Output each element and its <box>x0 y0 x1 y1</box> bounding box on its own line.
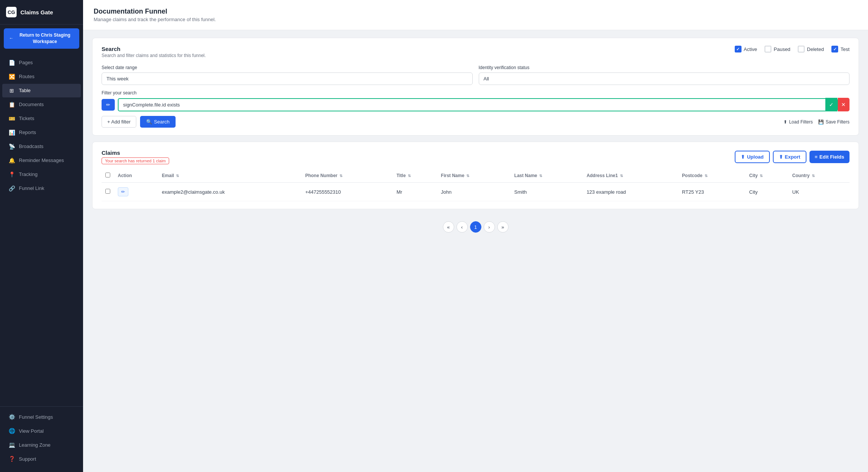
col-address: Address Line1 ⇅ <box>583 169 678 183</box>
support-label: Support <box>19 456 36 462</box>
col-city-label: City <box>749 173 758 178</box>
upload-button[interactable]: ⬆ Upload <box>735 151 769 163</box>
row-action-button[interactable]: ✏ <box>118 187 128 196</box>
filter-edit-button[interactable]: ✏ <box>102 99 115 111</box>
identity-label: Identity verification status <box>479 65 850 70</box>
sidebar-item-support[interactable]: ❓ Support <box>2 452 81 466</box>
deleted-checkbox-box[interactable] <box>798 46 805 52</box>
edit-fields-icon: ≡ <box>815 154 818 160</box>
documents-icon: 📋 <box>8 102 15 108</box>
test-checkbox[interactable]: Test <box>831 46 849 52</box>
col-postcode-label: Postcode <box>682 173 702 178</box>
reminder-messages-label: Reminder Messages <box>19 157 64 163</box>
page-subtitle: Manage claims and track the performance … <box>94 17 857 22</box>
page-1-button[interactable]: 1 <box>470 221 481 233</box>
tracking-icon: 📍 <box>8 171 15 177</box>
sidebar-item-table[interactable]: ⊞ Table <box>2 84 81 97</box>
test-label: Test <box>840 46 849 52</box>
add-filter-button[interactable]: + Add filter <box>102 116 136 128</box>
col-country: Country ⇅ <box>788 169 849 183</box>
routes-icon: 🔀 <box>8 74 15 80</box>
support-icon: ❓ <box>8 456 15 462</box>
last-page-button[interactable]: » <box>497 221 509 233</box>
active-checkbox-box[interactable] <box>735 46 742 52</box>
export-label: Export <box>785 154 800 160</box>
sidebar-item-learning-zone[interactable]: 💻 Learning Zone <box>2 438 81 452</box>
page-title: Documentation Funnel <box>94 8 857 15</box>
col-action: Action <box>114 169 158 183</box>
country-sort-icon: ⇅ <box>812 174 815 178</box>
date-range-group: Select date range This week Last week Th… <box>102 65 473 85</box>
sidebar-item-documents[interactable]: 📋 Documents <box>2 98 81 111</box>
col-title: Title ⇅ <box>393 169 437 183</box>
filter-input[interactable] <box>118 98 838 111</box>
sidebar-bottom: ⚙️ Funnel Settings 🌐 View Portal 💻 Learn… <box>0 406 83 472</box>
row-first-name: John <box>437 183 510 201</box>
col-email: Email ⇅ <box>158 169 302 183</box>
col-phone: Phone Number ⇅ <box>301 169 393 183</box>
reports-icon: 📊 <box>8 130 15 136</box>
funnel-settings-icon: ⚙️ <box>8 414 15 420</box>
load-filters-label: Load Filters <box>789 119 813 125</box>
view-portal-icon: 🌐 <box>8 428 15 434</box>
search-card: Search Search and filter claims and stat… <box>92 38 859 136</box>
tickets-icon: 🎫 <box>8 116 15 122</box>
claims-title: Claims <box>102 150 169 156</box>
filter-confirm-button[interactable]: ✓ <box>825 98 837 111</box>
row-city: City <box>745 183 788 201</box>
sidebar-item-pages[interactable]: 📄 Pages <box>2 56 81 69</box>
search-button[interactable]: 🔍 Search <box>140 116 176 128</box>
save-icon: 💾 <box>818 119 824 125</box>
funnel-link-label: Funnel Link <box>19 185 44 191</box>
prev-page-button[interactable]: ‹ <box>456 221 468 233</box>
upload-label: Upload <box>747 154 763 160</box>
claims-header: Claims Your search has returned 1 claim … <box>102 150 849 164</box>
sidebar-item-tracking[interactable]: 📍 Tracking <box>2 168 81 181</box>
col-address-label: Address Line1 <box>587 173 618 178</box>
load-icon: ⬆ <box>783 119 787 125</box>
filter-remove-button[interactable]: ✕ <box>838 98 849 111</box>
sidebar-item-view-portal[interactable]: 🌐 View Portal <box>2 424 81 438</box>
broadcasts-label: Broadcasts <box>19 143 43 149</box>
learning-zone-label: Learning Zone <box>19 442 51 448</box>
paused-checkbox[interactable]: Paused <box>765 46 790 52</box>
sidebar-item-funnel-link[interactable]: 🔗 Funnel Link <box>2 182 81 195</box>
active-checkbox[interactable]: Active <box>735 46 757 52</box>
col-first-name: First Name ⇅ <box>437 169 510 183</box>
edit-fields-button[interactable]: ≡ Edit Fields <box>809 151 849 163</box>
row-email: example2@claimsgate.co.uk <box>158 183 302 201</box>
routes-label: Routes <box>19 74 34 79</box>
deleted-checkbox[interactable]: Deleted <box>798 46 824 52</box>
pagination: « ‹ 1 › » <box>92 215 859 239</box>
sidebar-logo-text: Claims Gate <box>20 9 53 15</box>
main-content: Documentation Funnel Manage claims and t… <box>83 0 868 472</box>
save-filters-label: Save Filters <box>826 119 849 125</box>
identity-select[interactable]: All Verified Unverified Pending <box>479 72 850 85</box>
date-range-select[interactable]: This week Last week This month Last mont… <box>102 72 473 85</box>
load-filters-button[interactable]: ⬆ Load Filters <box>783 119 813 125</box>
claims-action-buttons: ⬆ Upload ⬆ Export ≡ Edit Fields <box>735 151 849 163</box>
sidebar-item-reports[interactable]: 📊 Reports <box>2 126 81 139</box>
test-checkbox-box[interactable] <box>831 46 838 52</box>
row-checkbox[interactable] <box>105 189 110 194</box>
select-all-checkbox[interactable] <box>105 173 110 177</box>
sidebar-item-routes[interactable]: 🔀 Routes <box>2 70 81 83</box>
col-first-name-label: First Name <box>441 173 464 178</box>
sidebar-item-reminder-messages[interactable]: 🔔 Reminder Messages <box>2 154 81 167</box>
next-page-button[interactable]: › <box>484 221 495 233</box>
claims-card: Claims Your search has returned 1 claim … <box>92 142 859 209</box>
sidebar-item-tickets[interactable]: 🎫 Tickets <box>2 112 81 125</box>
page-header: Documentation Funnel Manage claims and t… <box>83 0 868 30</box>
save-filters-button[interactable]: 💾 Save Filters <box>818 119 849 125</box>
sidebar-item-broadcasts[interactable]: 📡 Broadcasts <box>2 140 81 153</box>
sidebar-item-funnel-settings[interactable]: ⚙️ Funnel Settings <box>2 410 81 424</box>
paused-checkbox-box[interactable] <box>765 46 771 52</box>
pages-icon: 📄 <box>8 60 15 66</box>
tickets-label: Tickets <box>19 116 34 121</box>
filter-left-actions: + Add filter 🔍 Search <box>102 116 176 128</box>
active-label: Active <box>744 46 757 52</box>
export-button[interactable]: ⬆ Export <box>773 151 806 163</box>
return-to-workspace-button[interactable]: ← Return to Chris Staging Workspace <box>4 28 79 49</box>
last-name-sort-icon: ⇅ <box>539 174 542 178</box>
first-page-button[interactable]: « <box>443 221 454 233</box>
